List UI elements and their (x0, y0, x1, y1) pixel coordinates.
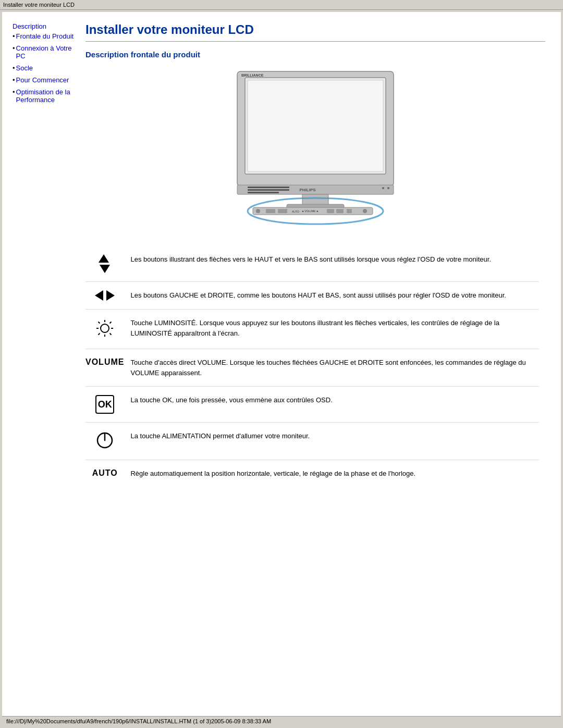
title-bar: Installer votre moniteur LCD (0, 0, 563, 10)
power-icon (95, 431, 114, 450)
svg-rect-17 (278, 209, 287, 213)
bullet: • (13, 88, 15, 96)
volume-label: VOLUME (85, 357, 124, 366)
triangle-down-icon (100, 265, 110, 273)
triangle-right-icon (106, 290, 115, 301)
page-title: Installer votre moniteur LCD (85, 22, 545, 37)
feature-row-brightness: Touche LUMINOSITÉ. Lorsque vous appuyez … (85, 314, 545, 344)
feature-row-leftright: Les boutons GAUCHE et DROITE, comme les … (85, 286, 545, 305)
nav-item-optimisation: • Optimisation de la Performance (13, 88, 75, 106)
monitor-svg: BRILLIANCE PHILIPS (206, 66, 425, 233)
status-bar-text: file:///D|/My%20Documents/dfu/A9/french/… (6, 718, 271, 724)
feature-row-auto: AUTO Règle automatiquement la position h… (85, 464, 545, 483)
svg-rect-11 (302, 194, 328, 205)
icon-cell-leftright (85, 286, 130, 305)
feature-row-volume: VOLUME Touche d'accès direct VOLUME. Lor… (85, 353, 545, 382)
svg-line-32 (99, 334, 100, 335)
bullet: • (13, 32, 15, 40)
sidebar-link-optimisation[interactable]: Optimisation de la Performance (16, 88, 75, 104)
svg-rect-7 (248, 189, 289, 191)
svg-line-30 (110, 334, 112, 335)
sidebar: Description • Frontale du Produit • Conn… (13, 22, 80, 706)
feature-desc-auto: Règle automatiquement la position horizo… (130, 464, 545, 483)
icon-cell-brightness (85, 314, 130, 344)
svg-point-15 (256, 209, 260, 213)
nav-item-connexion: • Connexion à Votre PC (13, 44, 75, 62)
feature-desc-power: La touche ALIMENTATION permet d'allumer … (130, 427, 545, 455)
divider (85, 41, 545, 42)
svg-line-31 (110, 322, 112, 324)
icon-cell-ok: OK (85, 391, 130, 418)
brightness-icon (94, 318, 115, 339)
ok-label: OK (98, 399, 112, 410)
sidebar-link-connexion[interactable]: Connexion à Votre PC (16, 44, 75, 60)
icon-cell-auto: AUTO (85, 464, 130, 483)
feature-desc-brightness: Touche LUMINOSITÉ. Lorsque vous appuyez … (130, 314, 545, 344)
svg-rect-6 (248, 187, 289, 188)
svg-text:PHILIPS: PHILIPS (299, 188, 316, 192)
svg-line-29 (99, 322, 100, 324)
triangle-left-icon (95, 290, 103, 301)
status-bar: file:///D|/My%20Documents/dfu/A9/french/… (2, 716, 561, 726)
svg-rect-2 (248, 80, 383, 171)
monitor-image: BRILLIANCE PHILIPS (85, 66, 545, 235)
nav-item-pour-commencer: • Pour Commencer (13, 76, 75, 86)
features-table: Les boutons illustrant des flèches vers … (85, 250, 545, 483)
feature-desc-volume: Touche d'accès direct VOLUME. Lorsque le… (130, 353, 545, 382)
main-content: Installer votre moniteur LCD Description… (80, 22, 545, 706)
svg-rect-20 (327, 209, 334, 213)
feature-desc-ok: La touche OK, une fois pressée, vous emm… (130, 391, 545, 418)
feature-desc-updown: Les boutons illustrant des flèches vers … (130, 250, 545, 277)
svg-rect-16 (266, 209, 275, 213)
ok-icon: OK (95, 395, 114, 414)
browser-window: Description • Frontale du Produit • Conn… (2, 12, 561, 726)
bullet: • (13, 64, 15, 72)
nav-item-frontale: • Frontale du Produit (13, 32, 75, 42)
svg-rect-8 (248, 192, 279, 193)
bullet: • (13, 76, 15, 84)
nav-item-socle: • Socle (13, 64, 75, 74)
svg-point-9 (382, 187, 384, 189)
auto-label: AUTO (92, 468, 118, 477)
sidebar-link-socle[interactable]: Socle (16, 64, 33, 72)
svg-rect-21 (336, 209, 344, 213)
sidebar-item-description[interactable]: Description (13, 22, 75, 30)
arrows-leftright-icon (85, 290, 124, 301)
icon-cell-power (85, 427, 130, 455)
svg-point-23 (363, 209, 367, 213)
svg-text:◄ VOLUME ►: ◄ VOLUME ► (301, 209, 319, 213)
svg-point-24 (101, 324, 109, 332)
triangle-up-icon (99, 254, 109, 263)
content-area: Description • Frontale du Produit • Conn… (2, 12, 561, 716)
feature-row-power: La touche ALIMENTATION permet d'allumer … (85, 427, 545, 455)
bullet: • (13, 44, 15, 52)
sidebar-link-pour-commencer[interactable]: Pour Commencer (16, 76, 69, 84)
sidebar-link-frontale[interactable]: Frontale du Produit (16, 32, 74, 40)
svg-text:AUTO: AUTO (292, 210, 299, 213)
title-bar-text: Installer votre moniteur LCD (3, 2, 75, 8)
icon-cell-volume: VOLUME (85, 353, 130, 382)
icon-cell-updown (85, 250, 130, 277)
arrows-updown-icon (85, 254, 124, 273)
svg-point-10 (387, 187, 389, 189)
svg-rect-22 (347, 209, 352, 213)
svg-text:BRILLIANCE: BRILLIANCE (241, 73, 264, 77)
feature-row-updown: Les boutons illustrant des flèches vers … (85, 250, 545, 277)
section-title: Description frontale du produit (85, 50, 545, 59)
feature-desc-leftright: Les boutons GAUCHE et DROITE, comme les … (130, 286, 545, 305)
feature-row-ok: OK La touche OK, une fois pressée, vous … (85, 391, 545, 418)
